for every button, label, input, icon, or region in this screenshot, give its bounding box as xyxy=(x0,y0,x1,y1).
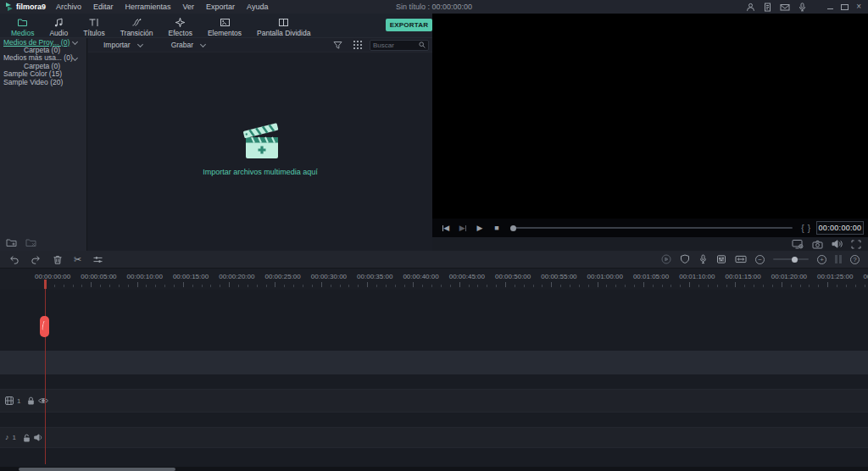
menu-item-exportar[interactable]: Exportar xyxy=(206,3,235,11)
tab-transicion[interactable]: Transición xyxy=(113,14,161,40)
previous-frame-icon[interactable]: ◀ xyxy=(437,219,454,237)
import-button[interactable]: Importar xyxy=(103,41,131,49)
delete-folder-icon[interactable] xyxy=(25,238,36,247)
tab-audio[interactable]: Audio xyxy=(42,14,75,40)
split-scissors-icon[interactable]: ✂ xyxy=(74,255,81,264)
account-icon[interactable] xyxy=(746,3,755,12)
search-icon[interactable] xyxy=(419,42,426,48)
mic-icon[interactable] xyxy=(798,3,807,12)
menubar-right: × xyxy=(746,3,868,12)
audio-mixer-icon[interactable] xyxy=(716,254,726,264)
import-media-label: Importar archivos multimedia aquí xyxy=(203,168,318,176)
fit-timeline-icon[interactable] xyxy=(735,254,747,264)
redo-icon[interactable] xyxy=(31,255,42,264)
import-media-dropzone[interactable]: Importar archivos multimedia aquí xyxy=(88,123,432,176)
video-track-icon xyxy=(5,396,14,405)
sidebar-item-sample-color[interactable]: Sample Color (15) xyxy=(0,70,86,78)
feature-tabbar: MediosAudioTítulosTransiciónEfectosEleme… xyxy=(0,14,436,37)
play-icon[interactable]: ▶ xyxy=(471,219,488,237)
timeline-zoom-slider[interactable] xyxy=(773,258,809,260)
menu-item-herramientas[interactable]: Herramientas xyxy=(125,3,171,11)
voiceover-mic-icon[interactable] xyxy=(698,254,708,264)
chevron-down-icon[interactable] xyxy=(137,41,143,47)
restore-icon[interactable] xyxy=(841,4,849,10)
mark-in-icon[interactable]: { xyxy=(801,224,804,233)
filter-icon[interactable] xyxy=(333,41,342,50)
ruler-label: 00:00:15:00 xyxy=(173,273,209,280)
audio-track-row[interactable]: ♪ 1 xyxy=(0,427,868,448)
grid-view-icon[interactable] xyxy=(353,41,362,49)
preview-options-bar xyxy=(432,237,868,251)
tab-label: Efectos xyxy=(169,29,192,37)
audio-track-header: ♪ 1 xyxy=(0,428,868,447)
display-settings-icon[interactable] xyxy=(792,239,804,249)
media-library-tree: Medios de Proy... (0)Carpeta (0)Medios m… xyxy=(0,38,87,252)
menu-item-archivo[interactable]: Archivo xyxy=(56,3,81,11)
chevron-down-icon[interactable] xyxy=(72,39,78,45)
video-track-row[interactable]: 1 xyxy=(0,389,868,413)
playhead-handle[interactable] xyxy=(40,316,49,337)
adjust-sliders-icon[interactable] xyxy=(92,255,103,264)
tab-titulos[interactable]: Títulos xyxy=(75,14,113,40)
minimize-icon[interactable] xyxy=(827,8,833,9)
render-preview-icon[interactable] xyxy=(661,254,671,264)
timeline-horizontal-scrollbar[interactable] xyxy=(0,467,868,471)
tab-medios[interactable]: Medios xyxy=(3,14,42,40)
ruler-label: 00:00:05:00 xyxy=(81,273,116,280)
tab-elementos[interactable]: Elementos xyxy=(200,14,249,40)
menu-item-editar[interactable]: Editar xyxy=(93,3,114,11)
sidebar-folder-actions xyxy=(6,238,36,247)
filmora-app: filmora9 ArchivoEditarHerramientasVerExp… xyxy=(0,0,868,471)
seek-handle[interactable] xyxy=(510,225,516,231)
eye-icon[interactable] xyxy=(38,397,48,404)
mail-icon[interactable] xyxy=(780,3,790,12)
menu-item-ver[interactable]: Ver xyxy=(183,3,195,11)
sidebar-item-carpeta-1[interactable]: Carpeta (0) xyxy=(0,46,86,53)
chevron-down-icon[interactable] xyxy=(72,55,78,61)
lock-icon[interactable] xyxy=(27,396,35,405)
zoom-slider-handle[interactable] xyxy=(792,257,798,263)
volume-icon[interactable] xyxy=(832,240,843,248)
marker-icon[interactable] xyxy=(680,254,690,264)
timeline-ruler[interactable]: 00:00:00:0000:00:05:0000:00:10:0000:00:1… xyxy=(0,269,868,290)
help-icon[interactable]: ? xyxy=(850,255,860,264)
scrollbar-handle[interactable] xyxy=(19,468,175,471)
tab-label: Medios xyxy=(11,29,34,37)
lock-icon[interactable] xyxy=(23,434,31,442)
tab-label: Audio xyxy=(49,29,68,37)
sidebar-item-medios-usados[interactable]: Medios más usa... (0) xyxy=(0,54,86,62)
record-button[interactable]: Grabar xyxy=(171,41,193,49)
mark-out-icon[interactable]: } xyxy=(808,224,810,233)
stop-icon[interactable]: ■ xyxy=(488,219,505,237)
zoom-out-icon[interactable]: − xyxy=(755,255,765,264)
seek-bar[interactable] xyxy=(510,227,793,229)
zoom-in-icon[interactable]: + xyxy=(817,255,826,264)
sidebar-item-sample-video[interactable]: Sample Video (20) xyxy=(0,78,86,86)
document-icon[interactable] xyxy=(763,3,772,12)
tab-pantalla-dividida[interactable]: Pantalla Dividida xyxy=(249,14,318,40)
undo-icon[interactable] xyxy=(8,255,19,264)
search-input[interactable] xyxy=(373,42,419,49)
add-folder-icon[interactable] xyxy=(6,238,17,247)
playhead[interactable] xyxy=(45,280,46,464)
export-button[interactable]: EXPORTAR xyxy=(386,19,432,31)
next-frame-icon[interactable]: ▶ xyxy=(454,219,471,237)
sidebar-item-carpeta-2[interactable]: Carpeta (0) xyxy=(0,62,86,69)
audio-track-icon: ♪ xyxy=(5,434,9,441)
delete-icon[interactable] xyxy=(53,255,63,264)
ruler-label: 00:00:40:00 xyxy=(403,273,438,280)
app-logo-text: filmora9 xyxy=(16,3,46,11)
snapshot-camera-icon[interactable] xyxy=(812,240,823,249)
timeline-toolbar-left: ✂ xyxy=(0,255,103,264)
mute-speaker-icon[interactable] xyxy=(34,434,43,441)
timeline-drop-stripe[interactable] xyxy=(0,351,868,374)
chevron-down-icon[interactable] xyxy=(200,41,206,47)
close-icon[interactable]: × xyxy=(856,3,861,11)
ruler-label: 00:00:45:00 xyxy=(449,273,485,280)
track-size-icon[interactable] xyxy=(835,255,842,263)
video-track-header: 1 xyxy=(0,390,868,412)
sidebar-item-medios-proyecto[interactable]: Medios de Proy... (0) xyxy=(0,38,86,46)
fullscreen-icon[interactable] xyxy=(851,240,861,249)
tab-efectos[interactable]: Efectos xyxy=(161,14,200,40)
menu-item-ayuda[interactable]: Ayuda xyxy=(247,3,268,11)
